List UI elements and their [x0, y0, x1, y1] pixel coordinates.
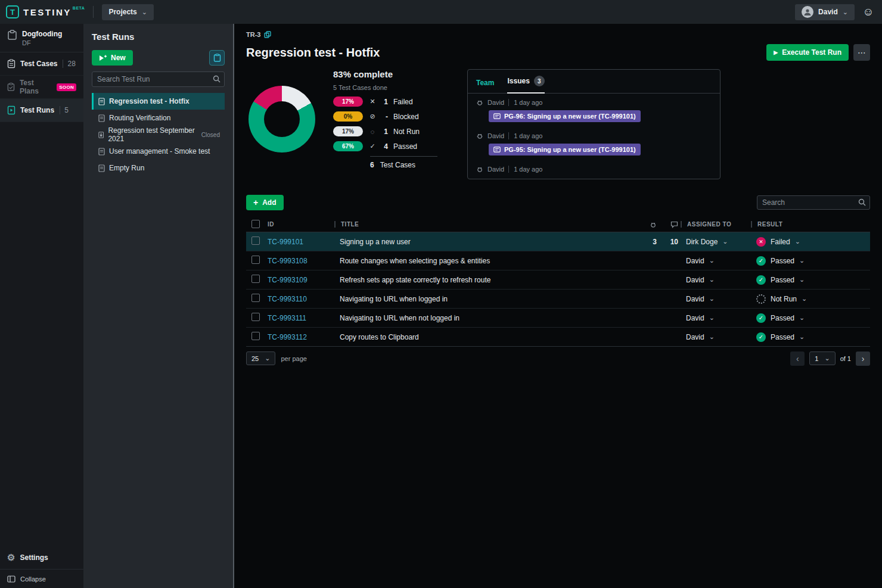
next-page-button[interactable]: › — [856, 351, 870, 366]
table-row[interactable]: TC-9993110 Navigating to URL when logged… — [246, 290, 870, 309]
sidebar-item-test-cases[interactable]: Test Cases 28 — [0, 52, 83, 76]
run-list-item[interactable]: Empty Run — [92, 160, 225, 176]
search-test-run-input[interactable] — [92, 71, 225, 87]
header-id[interactable]: ID — [268, 221, 334, 228]
new-run-label: New — [111, 54, 126, 62]
header-title[interactable]: TITLE — [334, 221, 636, 228]
table-row[interactable]: TC-9993112 Copy routes to Clipboard Davi… — [246, 328, 870, 347]
table-row[interactable]: TC-9993108 Route changes when selecting … — [246, 251, 870, 270]
ellipsis-icon: ⋯ — [858, 48, 866, 57]
not-run-result-icon — [756, 294, 766, 304]
row-checkbox[interactable] — [251, 332, 260, 340]
table-row[interactable]: TC-9993111 Navigating to URL when not lo… — [246, 309, 870, 328]
table-row[interactable]: TC-9993109 Refresh sets app state correc… — [246, 270, 870, 290]
result-dropdown[interactable]: ✓Passed⌄ — [756, 332, 870, 342]
stat-blocked: 0% ⊘ - Blocked — [333, 111, 437, 122]
defects-column-icon — [650, 221, 657, 228]
select-all-checkbox[interactable] — [251, 220, 260, 228]
row-checkbox[interactable] — [251, 294, 260, 302]
passed-percent-pill: 67% — [333, 141, 363, 151]
soon-badge: SOON — [57, 83, 76, 91]
comments-count[interactable]: 10 — [657, 238, 681, 246]
search-icon — [213, 75, 220, 83]
failed-count: 1 — [382, 98, 388, 106]
chevron-right-icon: › — [862, 354, 865, 363]
test-cases-table: + Add ID TITLE ASSIGNED TO — [246, 195, 870, 370]
feedback-button[interactable]: ☺ — [861, 4, 876, 20]
projects-dropdown[interactable]: Projects ⌄ — [102, 4, 154, 20]
assigned-to-dropdown[interactable]: Dirk Doge⌄ — [686, 238, 751, 246]
run-item-label: Regression test September 2021 — [108, 126, 197, 143]
test-case-id-link[interactable]: TC-9993108 — [268, 257, 308, 265]
table-row[interactable]: TC-999101 Signing up a new user 3 10 Dir… — [246, 232, 870, 251]
chevron-down-icon: ⌄ — [799, 276, 805, 283]
assigned-to-dropdown[interactable]: David⌄ — [686, 314, 751, 322]
per-page-select[interactable]: 25 ⌄ — [246, 351, 275, 365]
assigned-name: Dirk Doge — [686, 238, 718, 246]
user-menu[interactable]: David ⌄ — [795, 4, 855, 20]
activity-time: 1 day ago — [508, 132, 542, 139]
test-case-id-link[interactable]: TC-9993111 — [268, 314, 306, 322]
add-test-cases-button[interactable]: + Add — [246, 195, 284, 210]
chevron-down-icon: ⌄ — [709, 276, 715, 283]
result-dropdown[interactable]: ✓Passed⌄ — [756, 275, 870, 285]
run-icon — [98, 164, 105, 172]
row-checkbox[interactable] — [251, 237, 260, 245]
activity-time: 1 day ago — [508, 99, 542, 106]
issue-chip[interactable]: PG-95: Signing up a new user (TC-999101) — [489, 144, 641, 155]
result-dropdown[interactable]: ✓Passed⌄ — [756, 256, 870, 266]
run-list-item[interactable]: Regression test - Hotfix — [92, 93, 225, 110]
result-dropdown[interactable]: ✓Passed⌄ — [756, 313, 870, 323]
filter-closed-runs-button[interactable] — [209, 50, 225, 66]
row-checkbox[interactable] — [251, 256, 260, 264]
run-list-item[interactable]: Regression test September 2021 Closed — [92, 126, 225, 143]
assigned-to-dropdown[interactable]: David⌄ — [686, 333, 751, 341]
page-select[interactable]: 1 ⌄ — [809, 351, 835, 365]
assigned-to-dropdown[interactable]: David⌄ — [686, 295, 751, 303]
test-case-id-link[interactable]: TC-9993109 — [268, 276, 308, 284]
progress-donut-chart — [249, 86, 315, 153]
test-case-id-link[interactable]: TC-9993110 — [268, 295, 307, 303]
more-actions-button[interactable]: ⋯ — [853, 44, 870, 61]
prev-page-button[interactable]: ‹ — [790, 351, 805, 366]
run-item-label: Routing Verification — [109, 114, 170, 122]
assigned-to-dropdown[interactable]: David⌄ — [686, 276, 751, 284]
issue-chip-label: PG-95: Signing up a new user (TC-999101) — [504, 146, 636, 153]
new-run-button[interactable]: New — [92, 50, 133, 66]
assigned-to-dropdown[interactable]: David⌄ — [686, 257, 751, 265]
table-search-input[interactable] — [757, 195, 870, 210]
project-icon — [7, 30, 17, 41]
collapse-sidebar-button[interactable]: Collapse — [0, 569, 83, 588]
result-dropdown[interactable]: ✕Failed⌄ — [756, 237, 870, 247]
app-logo[interactable]: T TESTINY BETA — [6, 5, 85, 18]
run-closed-status: Closed — [201, 132, 220, 138]
activity-user: David — [487, 132, 504, 139]
tab-team[interactable]: Team — [476, 79, 494, 93]
defect-icon — [476, 99, 483, 106]
issue-chip[interactable]: PG-96: Signing up a new user (TC-999101) — [489, 110, 641, 122]
header-assigned-to[interactable]: ASSIGNED TO — [681, 221, 751, 228]
blocked-count: - — [382, 113, 388, 121]
run-list-item[interactable]: Routing Verification — [92, 110, 225, 126]
test-case-id-link[interactable]: TC-999101 — [268, 238, 303, 246]
chevron-down-icon: ⌄ — [824, 355, 830, 362]
passed-result-icon: ✓ — [756, 256, 766, 266]
stat-not-run: 17% ◌ 1 Not Run — [333, 126, 437, 136]
result-dropdown[interactable]: Not Run⌄ — [756, 294, 870, 304]
copy-link-icon[interactable] — [264, 31, 271, 38]
row-checkbox[interactable] — [251, 275, 260, 283]
row-checkbox[interactable] — [251, 313, 260, 321]
chevron-down-icon: ⌄ — [709, 295, 715, 302]
tab-issues[interactable]: Issues 3 — [507, 76, 544, 94]
sidebar-item-test-runs[interactable]: Test Runs 5 — [0, 99, 83, 122]
run-list-item[interactable]: User management - Smoke test — [92, 143, 225, 160]
project-switcher[interactable]: Dogfooding DF — [0, 24, 83, 52]
execute-test-run-button[interactable]: ▶ Execute Test Run — [766, 44, 849, 61]
header-result[interactable]: RESULT — [751, 221, 870, 228]
sidebar-item-settings[interactable]: ⚙ Settings — [0, 546, 83, 569]
add-label: Add — [262, 198, 276, 207]
play-icon: ▶ — [774, 49, 778, 55]
defects-count[interactable]: 3 — [636, 238, 657, 246]
test-case-id-link[interactable]: TC-9993112 — [268, 333, 307, 341]
topbar: T TESTINY BETA Projects ⌄ David ⌄ ☺ — [0, 0, 882, 24]
